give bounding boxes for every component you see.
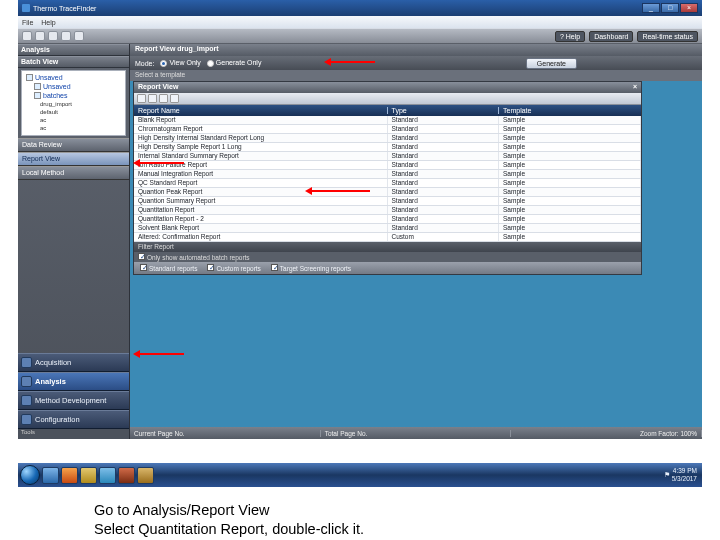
report-table-header: Report Name Type Template xyxy=(134,105,641,116)
foot-standard[interactable]: Standard reports xyxy=(140,264,197,272)
main-toolbar: ? Help Dashboard Real-time status xyxy=(18,28,702,44)
toolbar-button-5[interactable] xyxy=(74,31,84,41)
app-icon xyxy=(22,4,30,12)
nav-local-method[interactable]: Local Method xyxy=(18,166,129,180)
table-row[interactable]: Manual Integration ReportStandardSample xyxy=(134,170,641,179)
tree-unsaved[interactable]: Unsaved xyxy=(43,82,71,91)
configuration-icon xyxy=(21,414,32,425)
radio-view-only[interactable]: View Only xyxy=(160,59,200,67)
sidebar: Analysis Batch View Unsaved Unsaved batc… xyxy=(18,44,130,439)
rv-tool-4[interactable] xyxy=(170,94,179,103)
close-button[interactable]: × xyxy=(680,3,698,13)
menu-help[interactable]: Help xyxy=(41,19,55,26)
windows-taskbar: ⚑ 4:39 PM 5/3/2017 xyxy=(18,463,702,487)
filter-header: Filter Report xyxy=(134,242,641,252)
taskbar-firefox-icon[interactable] xyxy=(61,467,78,484)
table-row[interactable]: Quantitation Report - 2StandardSample xyxy=(134,215,641,224)
table-row[interactable]: Quantion Peak ReportStandardSample xyxy=(134,188,641,197)
tree-leaf[interactable]: ac xyxy=(24,124,123,132)
table-row[interactable]: High Density Sample Report 1 LongStandar… xyxy=(134,143,641,152)
rv-tool-2[interactable] xyxy=(148,94,157,103)
folder-icon xyxy=(34,83,41,90)
method-dev-icon xyxy=(21,395,32,406)
checkbox-icon[interactable] xyxy=(140,264,147,271)
report-view-toolbar xyxy=(134,93,641,105)
annotation-arrow xyxy=(136,162,184,164)
col-type[interactable]: Type xyxy=(388,107,500,114)
batch-tree[interactable]: Unsaved Unsaved batches drug_import defa… xyxy=(21,70,126,136)
table-row[interactable]: Solvent Blank ReportStandardSample xyxy=(134,224,641,233)
taskbar-app-icon[interactable] xyxy=(137,467,154,484)
checkbox-icon[interactable] xyxy=(207,264,214,271)
mode-label: Mode: xyxy=(135,60,154,67)
start-orb[interactable] xyxy=(20,465,40,485)
acquisition-icon xyxy=(21,357,32,368)
bottom-nav-acquisition[interactable]: Acquisition xyxy=(18,353,129,372)
bottom-nav-configuration[interactable]: Configuration xyxy=(18,410,129,429)
status-zoom: Zoom Factor: 100% xyxy=(511,430,702,437)
table-row[interactable]: Altered: Confirmation ReportCustomSample xyxy=(134,233,641,242)
window-titlebar: Thermo TraceFinder _ □ × xyxy=(18,0,702,16)
maximize-button[interactable]: □ xyxy=(661,3,679,13)
report-view-header: Report View × xyxy=(134,82,641,93)
radio-generate-only[interactable]: Generate Only xyxy=(207,59,262,67)
taskbar-ie-icon[interactable] xyxy=(42,467,59,484)
toolbar-button-3[interactable] xyxy=(48,31,58,41)
panel-close-icon[interactable]: × xyxy=(633,83,637,92)
bottom-nav-analysis[interactable]: Analysis xyxy=(18,372,129,391)
bottom-nav-method-dev[interactable]: Method Development xyxy=(18,391,129,410)
table-row[interactable]: Blank ReportStandardSample xyxy=(134,116,641,125)
main-header: Report View drug_import xyxy=(130,44,702,56)
annotation-arrow xyxy=(327,61,375,63)
system-tray[interactable]: ⚑ 4:39 PM 5/3/2017 xyxy=(664,467,700,483)
rv-tool-1[interactable] xyxy=(137,94,146,103)
table-row[interactable]: Quantion Summary ReportStandardSample xyxy=(134,197,641,206)
report-view-panel: Report View × Report Name Type Template … xyxy=(133,81,642,275)
generate-button[interactable]: Generate xyxy=(526,58,577,69)
help-link[interactable]: ? Help xyxy=(555,31,585,42)
table-row[interactable]: Chromatogram ReportStandardSample xyxy=(134,125,641,134)
checkbox-icon[interactable] xyxy=(271,264,278,271)
tree-batches[interactable]: batches xyxy=(43,91,68,100)
tree-leaf[interactable]: default xyxy=(24,108,123,116)
taskbar-app-icon[interactable] xyxy=(99,467,116,484)
checkbox-icon[interactable] xyxy=(138,253,145,260)
table-row[interactable]: High Density Internal Standard Report Lo… xyxy=(134,134,641,143)
rv-tool-3[interactable] xyxy=(159,94,168,103)
foot-custom[interactable]: Custom reports xyxy=(207,264,260,272)
tree-leaf[interactable]: ac xyxy=(24,116,123,124)
nav-report-view[interactable]: Report View xyxy=(18,152,129,166)
dashboard-link[interactable]: Dashboard xyxy=(589,31,633,42)
minimize-button[interactable]: _ xyxy=(642,3,660,13)
report-table-body: Blank ReportStandardSampleChromatogram R… xyxy=(134,116,641,242)
col-report-name[interactable]: Report Name xyxy=(134,107,388,114)
foot-target[interactable]: Target Screening reports xyxy=(271,264,351,272)
analysis-header: Analysis xyxy=(18,44,129,56)
annotation-arrow xyxy=(308,190,370,192)
toolbar-button-2[interactable] xyxy=(35,31,45,41)
status-current-page: Current Page No. xyxy=(130,430,321,437)
taskbar-app-icon[interactable] xyxy=(118,467,135,484)
menubar: File Help xyxy=(18,16,702,28)
tools-footer[interactable]: Tools xyxy=(18,429,129,439)
col-template[interactable]: Template xyxy=(499,107,641,114)
batch-view-header[interactable]: Batch View xyxy=(18,56,129,68)
toolbar-button-4[interactable] xyxy=(61,31,71,41)
table-row[interactable]: Internal Standard Summary ReportStandard… xyxy=(134,152,641,161)
table-row[interactable]: QC Standard ReportStandardSample xyxy=(134,179,641,188)
tray-flag-icon[interactable]: ⚑ xyxy=(664,471,670,479)
table-row[interactable]: Quantitation ReportStandardSample xyxy=(134,206,641,215)
report-view-title: Report View xyxy=(138,83,178,92)
realtime-link[interactable]: Real-time status xyxy=(637,31,698,42)
taskbar-explorer-icon[interactable] xyxy=(80,467,97,484)
toolbar-button-1[interactable] xyxy=(22,31,32,41)
filter-sub[interactable]: Only show automated batch reports xyxy=(134,252,641,262)
tree-root[interactable]: Unsaved xyxy=(35,73,63,82)
status-total-page: Total Page No. xyxy=(321,430,512,437)
tree-leaf[interactable]: drug_import xyxy=(24,100,123,108)
table-row[interactable]: Ion Ratio Failure ReportStandardSample xyxy=(134,161,641,170)
menu-file[interactable]: File xyxy=(22,19,33,26)
nav-data-review[interactable]: Data Review xyxy=(18,138,129,152)
tray-clock[interactable]: 4:39 PM 5/3/2017 xyxy=(672,467,697,483)
template-sub-bar: Select a template xyxy=(130,70,702,81)
